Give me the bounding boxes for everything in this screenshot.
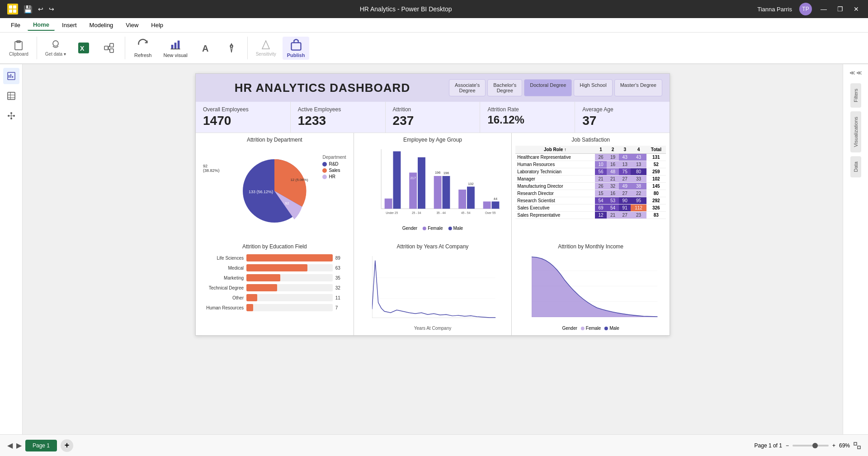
val-16b: 16 bbox=[607, 190, 619, 197]
model-icon bbox=[7, 111, 16, 120]
publish-btn[interactable]: Publish bbox=[283, 37, 310, 60]
income-legend: Gender Female Male bbox=[562, 326, 619, 331]
filter-bachelors[interactable]: Bachelor's Degree bbox=[487, 79, 522, 96]
edu-track-marketing bbox=[246, 274, 333, 281]
filter-highschool[interactable]: High School bbox=[574, 79, 612, 96]
edu-track-hr bbox=[246, 304, 333, 311]
user-avatar[interactable]: TP bbox=[799, 3, 812, 15]
svg-rect-23 bbox=[8, 92, 15, 100]
minimize-btn[interactable]: — bbox=[819, 5, 828, 14]
val-49: 49 bbox=[619, 183, 631, 190]
report-view-btn[interactable] bbox=[3, 68, 19, 84]
filter-associates[interactable]: Associate's Degree bbox=[449, 79, 486, 96]
svg-text:Under 25: Under 25 bbox=[386, 211, 398, 214]
text-icon: A bbox=[201, 43, 212, 53]
maximize-btn[interactable]: ❐ bbox=[835, 5, 844, 14]
refresh-btn[interactable]: Refresh bbox=[130, 37, 156, 60]
edu-val-other: 11 bbox=[335, 295, 346, 300]
menu-bar: File Home Insert Modeling View Help bbox=[0, 18, 868, 33]
table-icon bbox=[7, 91, 16, 100]
right-panel-filters[interactable]: Filters bbox=[850, 83, 861, 108]
page-1-tab[interactable]: Page 1 bbox=[25, 440, 57, 451]
prev-page-btn[interactable]: ◀ bbox=[7, 441, 13, 450]
get-data-btn[interactable]: Get data ▾ bbox=[42, 38, 70, 58]
svg-text:196: 196 bbox=[443, 171, 449, 175]
svg-rect-1 bbox=[9, 5, 12, 9]
redo-icon[interactable]: ↪ bbox=[49, 5, 54, 13]
val-56: 56 bbox=[595, 168, 607, 176]
zoom-slider[interactable] bbox=[793, 445, 829, 446]
val-27c: 27 bbox=[619, 212, 631, 219]
menu-help[interactable]: Help bbox=[146, 20, 169, 30]
val-26b: 26 bbox=[595, 183, 607, 190]
filter-masters[interactable]: Master's Degree bbox=[614, 79, 662, 96]
edu-label-marketing: Marketing bbox=[203, 276, 244, 280]
dashboard-header: HR ANALYTICS DASHBOARD Associate's Degre… bbox=[196, 74, 670, 102]
col-role: Job Role ↑ bbox=[515, 146, 594, 154]
val-21c: 21 bbox=[607, 212, 619, 219]
role-healthcare: Healthcare Representative bbox=[515, 154, 594, 161]
report-icon bbox=[7, 71, 16, 81]
zoom-out-btn[interactable]: − bbox=[786, 442, 789, 449]
svg-rect-39 bbox=[384, 199, 392, 209]
right-panel: ≪ ≪ Filters Visualizations Data bbox=[843, 64, 868, 434]
collapse-btn[interactable]: ≪ bbox=[856, 70, 862, 76]
sensitivity-btn[interactable]: Sensitivity bbox=[252, 38, 280, 58]
income-chart-title: Attrition by Monthly Income bbox=[515, 243, 666, 250]
paint-btn[interactable] bbox=[220, 41, 243, 55]
val-21a: 21 bbox=[595, 176, 607, 183]
edu-label-tech: Technical Degree bbox=[203, 285, 244, 290]
svg-text:45 - 54: 45 - 54 bbox=[461, 211, 471, 214]
clipboard-btn[interactable]: Clipboard bbox=[5, 38, 32, 58]
right-panel-visualizations[interactable]: Visualizations bbox=[850, 111, 861, 152]
model-view-btn[interactable] bbox=[3, 108, 19, 124]
page-tabs: ◀ ▶ Page 1 + bbox=[7, 439, 73, 452]
new-visual-btn[interactable]: New visual bbox=[159, 37, 192, 60]
right-panel-data[interactable]: Data bbox=[850, 156, 861, 177]
main-area: HR ANALYTICS DASHBOARD Associate's Degre… bbox=[0, 64, 868, 434]
menu-home[interactable]: Home bbox=[28, 19, 55, 31]
role-sales-rep: Sales Representative bbox=[515, 212, 594, 219]
total-80: 80 bbox=[646, 190, 666, 197]
income-area-chart: 0 50 100 150 200 bbox=[532, 256, 662, 317]
val-90: 90 bbox=[619, 197, 631, 204]
total-292: 292 bbox=[646, 197, 666, 204]
user-name: Tianna Parris bbox=[757, 6, 792, 13]
next-page-btn[interactable]: ▶ bbox=[16, 441, 22, 450]
menu-file[interactable]: File bbox=[5, 20, 26, 30]
edu-chart-title: Attrition by Education Field bbox=[199, 243, 350, 250]
text-btn[interactable]: A bbox=[195, 41, 217, 55]
excel-btn[interactable]: X bbox=[72, 41, 95, 55]
role-manager: Manager bbox=[515, 176, 594, 183]
collapse-all-btn[interactable]: ≪ bbox=[849, 70, 855, 76]
zoom-in-btn[interactable]: + bbox=[832, 442, 835, 449]
kpi-rate-label: Attrition Rate bbox=[487, 106, 567, 113]
table-row: Research Scientist 54 53 90 95 292 bbox=[515, 197, 666, 204]
dashboard: HR ANALYTICS DASHBOARD Associate's Degre… bbox=[195, 73, 670, 336]
app-icon bbox=[7, 4, 18, 14]
svg-text:12 (5.06%): 12 (5.06%) bbox=[291, 178, 308, 182]
undo-icon[interactable]: ↩ bbox=[38, 5, 43, 13]
sep3 bbox=[247, 37, 248, 59]
close-btn[interactable]: ✕ bbox=[852, 5, 861, 14]
col-2: 2 bbox=[607, 146, 619, 154]
degree-filters: Associate's Degree Bachelor's Degree Doc… bbox=[449, 79, 662, 96]
age-bar-chart: 337 60 Under 25 309 217 25 - 34 bbox=[368, 146, 505, 221]
new-visual-icon bbox=[169, 38, 182, 51]
svg-point-27 bbox=[8, 115, 9, 117]
filter-doctoral[interactable]: Doctoral Degree bbox=[524, 79, 572, 96]
menu-insert[interactable]: Insert bbox=[57, 20, 82, 30]
total-52: 52 bbox=[646, 161, 666, 168]
menu-view[interactable]: View bbox=[120, 20, 144, 30]
table-view-btn[interactable] bbox=[3, 88, 19, 104]
add-page-btn[interactable]: + bbox=[61, 439, 73, 452]
menu-modeling[interactable]: Modeling bbox=[84, 20, 119, 30]
edu-track-other bbox=[246, 294, 333, 301]
val-54: 54 bbox=[595, 197, 607, 204]
canvas-area: HR ANALYTICS DASHBOARD Associate's Degre… bbox=[23, 64, 843, 434]
fit-screen-icon[interactable] bbox=[854, 442, 861, 449]
kpi-active-value: 1233 bbox=[298, 114, 378, 128]
dataflow-btn[interactable] bbox=[98, 41, 120, 55]
save-icon[interactable]: 💾 bbox=[24, 5, 33, 14]
charts-row1: Attrition by Department 133 (56.12%) bbox=[196, 133, 670, 240]
